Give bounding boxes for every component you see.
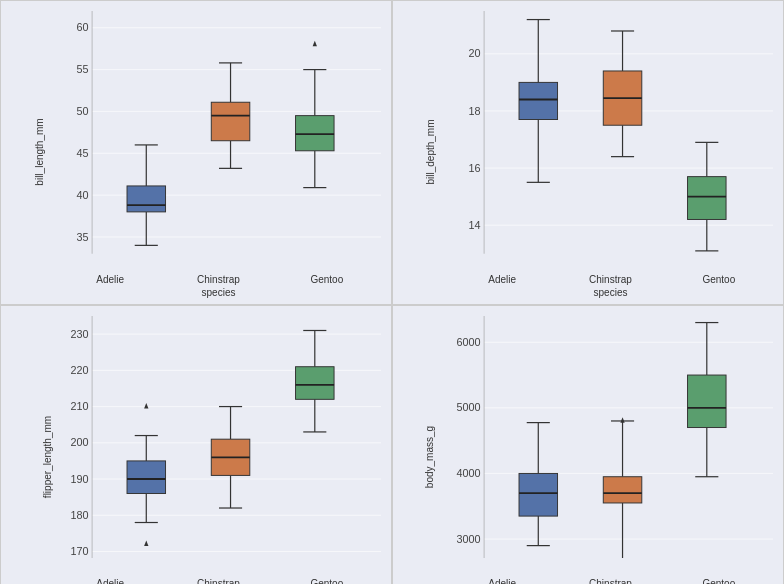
svg-text:35: 35 (76, 231, 88, 243)
chart-cell-body-mass: body_mass_g3000400050006000AdelieChinstr… (392, 305, 784, 584)
svg-text:210: 210 (70, 400, 88, 412)
chart-cell-bill-length: bill_length_mm354045505560AdelieChinstra… (0, 0, 392, 305)
svg-marker-81 (144, 540, 148, 545)
svg-text:220: 220 (70, 364, 88, 376)
svg-rect-45 (519, 82, 558, 119)
chart-cell-bill-depth: bill_depth_mm14161820AdelieChinstrapspec… (392, 0, 784, 305)
svg-rect-107 (519, 473, 558, 516)
x-label-body-mass-0: Adelie (448, 577, 556, 584)
x-labels-body-mass: AdelieChinstrapspeciesGentoo (448, 577, 773, 584)
svg-text:20: 20 (468, 47, 480, 59)
svg-text:4000: 4000 (456, 467, 480, 479)
svg-text:50: 50 (76, 105, 88, 117)
x-label-flipper-length-0: Adelie (56, 577, 164, 584)
svg-text:200: 200 (70, 436, 88, 448)
x-label-bill-length-0: Adelie (56, 273, 164, 299)
y-label-flipper-length: flipper_length_mm (42, 416, 53, 498)
svg-text:3000: 3000 (456, 532, 480, 544)
x-label-body-mass-2: Gentoo (665, 577, 773, 584)
plot-flipper-length: 170180190200210220230 (56, 316, 381, 559)
x-label-bill-length-1: Chinstrapspecies (164, 273, 272, 299)
svg-marker-80 (144, 403, 148, 408)
x-label-flipper-length-2: Gentoo (273, 577, 381, 584)
svg-rect-92 (296, 366, 335, 399)
svg-marker-115 (620, 417, 624, 422)
svg-text:55: 55 (76, 63, 88, 75)
svg-text:230: 230 (70, 327, 88, 339)
svg-text:60: 60 (76, 21, 88, 33)
svg-text:18: 18 (468, 105, 480, 117)
svg-text:180: 180 (70, 509, 88, 521)
x-labels-flipper-length: AdelieChinstrapspeciesGentoo (56, 577, 381, 584)
svg-rect-78 (127, 461, 166, 494)
svg-text:170: 170 (70, 545, 88, 557)
svg-text:190: 190 (70, 472, 88, 484)
plot-bill-depth: 14161820 (448, 11, 773, 254)
y-label-bill-depth: bill_depth_mm (425, 120, 436, 185)
svg-rect-57 (688, 177, 727, 220)
svg-rect-23 (211, 102, 250, 141)
chart-cell-flipper-length: flipper_length_mm170180190200210220230Ad… (0, 305, 392, 584)
svg-text:16: 16 (468, 162, 480, 174)
svg-rect-113 (603, 476, 642, 502)
chart-grid: bill_length_mm354045505560AdelieChinstra… (0, 0, 784, 584)
svg-text:40: 40 (76, 189, 88, 201)
plot-bill-length: 354045505560 (56, 11, 381, 254)
svg-rect-17 (127, 186, 166, 212)
x-label-bill-depth-0: Adelie (448, 273, 556, 299)
x-labels-bill-depth: AdelieChinstrapspeciesGentoo (448, 273, 773, 299)
plot-body-mass: 3000400050006000 (448, 316, 773, 559)
svg-text:14: 14 (468, 219, 480, 231)
x-label-bill-depth-2: Gentoo (665, 273, 773, 299)
svg-rect-120 (688, 375, 727, 427)
x-labels-bill-length: AdelieChinstrapspeciesGentoo (56, 273, 381, 299)
svg-text:6000: 6000 (456, 336, 480, 348)
svg-marker-31 (313, 41, 317, 46)
x-label-flipper-length-1: Chinstrapspecies (164, 577, 272, 584)
svg-text:5000: 5000 (456, 401, 480, 413)
x-label-bill-length-2: Gentoo (273, 273, 381, 299)
y-label-bill-length: bill_length_mm (34, 119, 45, 186)
svg-text:45: 45 (76, 147, 88, 159)
x-label-body-mass-1: Chinstrapspecies (556, 577, 664, 584)
x-label-bill-depth-1: Chinstrapspecies (556, 273, 664, 299)
y-label-body-mass: body_mass_g (424, 426, 435, 488)
